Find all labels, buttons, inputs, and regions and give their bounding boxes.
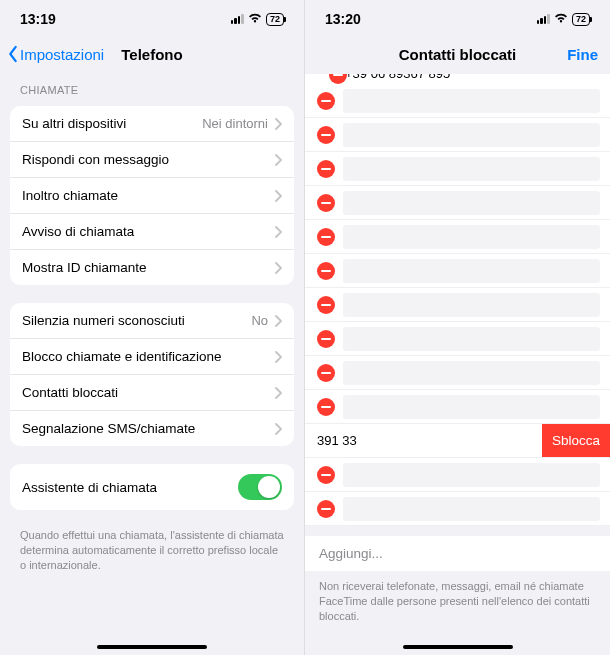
blocked-row[interactable] xyxy=(305,356,610,390)
nav-title: Telefono xyxy=(121,46,182,63)
wifi-icon xyxy=(553,12,569,27)
blocked-contacts-screen: 13:20 72 Contatti bloccati Fine +39 06 8… xyxy=(305,0,610,655)
battery-icon: 72 xyxy=(572,13,590,26)
back-label: Impostazioni xyxy=(20,46,104,63)
redacted-number xyxy=(343,293,600,317)
blocked-row[interactable] xyxy=(305,186,610,220)
redacted-number xyxy=(343,123,600,147)
minus-icon[interactable] xyxy=(317,262,335,280)
row-dial-assist: Assistente di chiamata xyxy=(10,464,294,510)
minus-icon[interactable] xyxy=(317,92,335,110)
redacted-number xyxy=(343,89,600,113)
row-blocked-contacts[interactable]: Contatti bloccati xyxy=(10,374,294,410)
done-button[interactable]: Fine xyxy=(567,46,598,63)
minus-icon[interactable] xyxy=(317,194,335,212)
row-call-forwarding[interactable]: Inoltro chiamate xyxy=(10,177,294,213)
row-label: Avviso di chiamata xyxy=(22,224,134,239)
blocked-row[interactable] xyxy=(305,84,610,118)
chevron-right-icon xyxy=(274,262,282,274)
row-label: Blocco chiamate e identificazione xyxy=(22,349,222,364)
redacted-number xyxy=(343,191,600,215)
blocked-row[interactable] xyxy=(305,118,610,152)
redacted-number xyxy=(343,327,600,351)
status-bar: 13:20 72 xyxy=(305,0,610,34)
minus-icon[interactable] xyxy=(317,126,335,144)
row-call-blocking-id[interactable]: Blocco chiamate e identificazione xyxy=(10,338,294,374)
nav-bar: Contatti bloccati Fine xyxy=(305,34,610,74)
status-indicators: 72 xyxy=(537,12,590,27)
minus-icon[interactable] xyxy=(317,330,335,348)
nav-title: Contatti bloccati xyxy=(399,46,517,63)
signal-icon xyxy=(231,14,244,24)
section-header-calls: CHIAMATE xyxy=(0,74,304,100)
phone-settings-screen: 13:19 72 Impostazioni Telefono CHIAMATE … xyxy=(0,0,305,655)
blocked-row[interactable] xyxy=(305,254,610,288)
row-call-waiting[interactable]: Avviso di chiamata xyxy=(10,213,294,249)
chevron-right-icon xyxy=(274,118,282,130)
row-sms-call-reporting[interactable]: Segnalazione SMS/chiamate xyxy=(10,410,294,446)
status-time: 13:19 xyxy=(20,11,56,27)
minus-icon[interactable] xyxy=(317,466,335,484)
footer-note-assistant: Quando effettui una chiamata, l'assisten… xyxy=(0,528,304,583)
chevron-right-icon xyxy=(274,315,282,327)
blocked-row[interactable] xyxy=(305,220,610,254)
row-reply-message[interactable]: Rispondi con messaggio xyxy=(10,141,294,177)
back-button[interactable]: Impostazioni xyxy=(6,45,104,63)
chevron-right-icon xyxy=(274,351,282,363)
chevron-right-icon xyxy=(274,226,282,238)
group-blocking: Silenzia numeri sconosciuti No Blocco ch… xyxy=(10,303,294,446)
content: +39 06 89367 895 391 33 Sblocca Aggiungi… xyxy=(305,74,610,655)
row-label: Mostra ID chiamante xyxy=(22,260,147,275)
minus-icon[interactable] xyxy=(317,296,335,314)
add-contact-row[interactable]: Aggiungi... xyxy=(305,526,610,571)
blocked-row[interactable] xyxy=(305,322,610,356)
home-indicator xyxy=(97,645,207,649)
redacted-number xyxy=(343,497,600,521)
signal-icon xyxy=(537,14,550,24)
row-label: Inoltro chiamate xyxy=(22,188,118,203)
blocked-row-swiped[interactable]: 391 33 Sblocca xyxy=(305,424,610,458)
chevron-right-icon xyxy=(274,190,282,202)
blocked-list: 391 33 Sblocca xyxy=(305,84,610,526)
minus-icon[interactable] xyxy=(317,228,335,246)
row-value: No xyxy=(251,313,268,328)
row-show-caller-id[interactable]: Mostra ID chiamante xyxy=(10,249,294,285)
row-label: Contatti bloccati xyxy=(22,385,118,400)
redacted-number xyxy=(343,259,600,283)
toggle-dial-assist[interactable] xyxy=(238,474,282,500)
status-time: 13:20 xyxy=(325,11,361,27)
row-silence-unknown[interactable]: Silenzia numeri sconosciuti No xyxy=(10,303,294,338)
blocked-number: +39 06 89367 895 xyxy=(345,74,450,81)
status-bar: 13:19 72 xyxy=(0,0,304,34)
blocked-row[interactable] xyxy=(305,492,610,526)
row-label: Rispondi con messaggio xyxy=(22,152,169,167)
blocked-row-partial[interactable]: +39 06 89367 895 xyxy=(305,74,610,84)
home-indicator xyxy=(403,645,513,649)
blocked-row[interactable] xyxy=(305,458,610,492)
group-assistant: Assistente di chiamata xyxy=(10,464,294,510)
redacted-number xyxy=(343,395,600,419)
minus-icon[interactable] xyxy=(317,500,335,518)
row-other-devices[interactable]: Su altri dispositivi Nei dintorni xyxy=(10,106,294,141)
redacted-number xyxy=(343,157,600,181)
chevron-right-icon xyxy=(274,154,282,166)
minus-icon[interactable] xyxy=(317,398,335,416)
group-calls: Su altri dispositivi Nei dintorni Rispon… xyxy=(10,106,294,285)
content: CHIAMATE Su altri dispositivi Nei dintor… xyxy=(0,74,304,655)
minus-icon[interactable] xyxy=(317,364,335,382)
minus-icon[interactable] xyxy=(317,160,335,178)
row-label: Assistente di chiamata xyxy=(22,480,157,495)
redacted-number xyxy=(343,361,600,385)
unblock-button[interactable]: Sblocca xyxy=(542,424,610,457)
chevron-right-icon xyxy=(274,387,282,399)
chevron-right-icon xyxy=(274,423,282,435)
row-label: Silenzia numeri sconosciuti xyxy=(22,313,185,328)
redacted-number xyxy=(343,225,600,249)
nav-bar: Impostazioni Telefono xyxy=(0,34,304,74)
wifi-icon xyxy=(247,12,263,27)
battery-icon: 72 xyxy=(266,13,284,26)
status-indicators: 72 xyxy=(231,12,284,27)
blocked-row[interactable] xyxy=(305,390,610,424)
blocked-row[interactable] xyxy=(305,152,610,186)
blocked-row[interactable] xyxy=(305,288,610,322)
